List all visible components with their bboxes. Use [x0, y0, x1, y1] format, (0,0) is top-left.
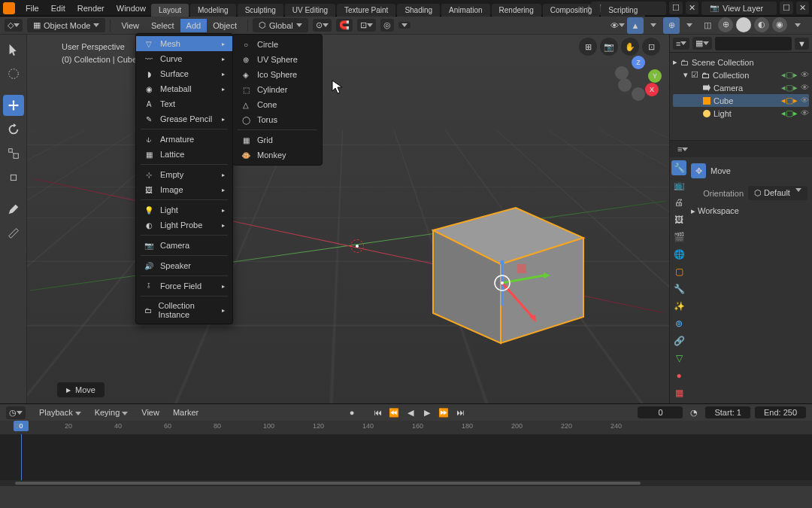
add-camera[interactable]: 📷Camera: [136, 238, 232, 253]
add-workspace-button[interactable]: +: [586, 3, 591, 12]
timeline-ruler[interactable]: 0 020406080100120140160180200220240: [0, 421, 812, 434]
outline-cube[interactable]: Cube◂▢▸👁: [673, 94, 809, 107]
scale-tool[interactable]: [3, 143, 24, 164]
overlay-options[interactable]: [681, 17, 698, 34]
operator-panel[interactable]: ▶Move: [57, 382, 105, 397]
orientation-dropdown[interactable]: ⬡ Default: [748, 186, 807, 200]
mesh-cylinder[interactable]: ⬚Cylinder: [233, 82, 322, 97]
shading-matprev[interactable]: ◐: [754, 17, 769, 32]
timeline-scrollbar[interactable]: [0, 480, 812, 486]
outliner-tree[interactable]: ▸🗀Scene Collection ▾☑🗀Collection ◂▢▸👁 Ca…: [670, 53, 812, 140]
nav-ortho-icon[interactable]: ⊡: [642, 38, 660, 56]
current-frame-field[interactable]: 0: [638, 406, 683, 418]
menu-edit[interactable]: Edit: [45, 2, 71, 15]
workspace-tab-texture-paint[interactable]: Texture Paint: [337, 4, 395, 17]
layer-new-button[interactable]: ☐: [780, 2, 793, 14]
add-metaball[interactable]: ◉Metaball▸: [136, 81, 232, 96]
add-speaker[interactable]: 🔊Speaker: [136, 258, 232, 273]
workspace-tab-uv-editing[interactable]: UV Editing: [285, 4, 335, 17]
workspace-tab-animation[interactable]: Animation: [441, 4, 489, 17]
prop-tab-mesh[interactable]: ▽: [671, 351, 686, 366]
proportional-type-button[interactable]: [398, 22, 411, 29]
timeline-type-button[interactable]: ◷: [6, 406, 26, 419]
add-light[interactable]: 💡Light▸: [136, 202, 232, 217]
jump-prev-button[interactable]: ⏪: [387, 406, 401, 419]
prop-tab-viewlayer[interactable]: 🖼: [671, 212, 686, 227]
shading-options[interactable]: [789, 17, 806, 34]
workspace-tab-modeling[interactable]: Modeling: [190, 4, 236, 17]
outline-light[interactable]: Light◂▢▸👁: [673, 107, 809, 120]
add-curve[interactable]: 〰Curve▸: [136, 51, 232, 66]
workspace-section[interactable]: ▸ Workspace: [691, 206, 807, 216]
prop-tab-modifier[interactable]: 🔧: [671, 281, 686, 297]
timeline-menu-view[interactable]: View: [135, 406, 165, 419]
mesh-uv-sphere[interactable]: ⊕UV Sphere: [233, 52, 322, 67]
outliner-type-button[interactable]: ≡: [673, 38, 689, 50]
viewport-3d[interactable]: User Perspective (0) Collection | Cube ⊞…: [27, 35, 669, 403]
editor-type-button[interactable]: ◇: [5, 19, 23, 32]
workspace-tab-layout[interactable]: Layout: [151, 4, 189, 17]
end-frame-field[interactable]: End: 250: [755, 406, 806, 418]
workspace-tab-scripting[interactable]: Scripting: [601, 4, 645, 17]
props-type-button[interactable]: ≡: [674, 143, 691, 155]
tree-collection[interactable]: ▾☑🗀Collection ◂▢▸👁: [673, 68, 809, 81]
gizmo-toggle[interactable]: ▲: [627, 17, 644, 34]
axis-gizmo[interactable]: Z Y X: [615, 56, 660, 101]
outliner-search-input[interactable]: [715, 37, 792, 50]
timeline-menu-playback[interactable]: Playback: [33, 406, 87, 419]
gizmo-options[interactable]: [645, 17, 662, 34]
tree-scene-collection[interactable]: ▸🗀Scene Collection: [673, 56, 809, 68]
view-layer-field[interactable]: 📷View Layer: [701, 2, 777, 15]
shading-wireframe[interactable]: ⊕: [718, 17, 733, 32]
select-tool[interactable]: [3, 39, 24, 60]
outline-camera[interactable]: Camera◂▢▸👁: [673, 81, 809, 94]
play-button[interactable]: ▶: [420, 406, 434, 419]
prop-tab-scene[interactable]: 🎬: [671, 230, 686, 245]
mesh-submenu[interactable]: ▱Plane□Cube○Circle⊕UV Sphere◈Ico Sphere⬚…: [232, 34, 323, 166]
nav-pan-icon[interactable]: ✋: [621, 38, 639, 56]
mesh-ico-sphere[interactable]: ◈Ico Sphere: [233, 67, 322, 82]
outliner-display-button[interactable]: ▦: [692, 37, 712, 50]
prop-tab-particle[interactable]: ✨: [671, 299, 686, 314]
pivot-button[interactable]: ⊙: [313, 19, 332, 32]
play-reverse-button[interactable]: ◀: [404, 406, 417, 419]
cube-object[interactable]: [403, 185, 598, 351]
overlay-toggle[interactable]: ⊕: [663, 17, 680, 34]
cursor-tool[interactable]: [3, 63, 24, 84]
mesh-grid[interactable]: ▦Grid: [233, 132, 322, 148]
mode-selector[interactable]: ▦Object Mode: [27, 18, 105, 32]
prop-tab-tool[interactable]: 🔧: [671, 160, 686, 175]
timeline-menu-keying[interactable]: Keying: [89, 406, 135, 419]
menu-window[interactable]: Window: [111, 2, 152, 15]
add-lattice[interactable]: ▦Lattice: [136, 147, 232, 162]
prop-tab-texture[interactable]: ▦: [671, 385, 686, 400]
workspace-tab-shading[interactable]: Shading: [397, 4, 440, 17]
mesh-monkey[interactable]: 🐵Monkey: [233, 148, 322, 163]
jump-start-button[interactable]: ⏮: [371, 406, 384, 419]
outliner-filter-button[interactable]: ▼: [795, 38, 809, 50]
prop-tab-constraint[interactable]: 🔗: [671, 333, 686, 348]
jump-end-button[interactable]: ⏭: [453, 406, 467, 419]
nav-camera-icon[interactable]: 📷: [600, 38, 618, 56]
transform-tool[interactable]: [3, 167, 24, 188]
mesh-circle[interactable]: ○Circle: [233, 37, 322, 52]
layer-delete-button[interactable]: ✕: [796, 2, 809, 14]
prop-tab-physics[interactable]: ⊚: [671, 316, 686, 331]
jump-next-button[interactable]: ⏩: [437, 406, 450, 419]
mesh-torus[interactable]: ◯Torus: [233, 112, 322, 127]
shading-rendered[interactable]: ◉: [772, 17, 787, 32]
add-surface[interactable]: ◗Surface▸: [136, 66, 232, 81]
menu-file[interactable]: File: [20, 2, 45, 15]
mesh-cone[interactable]: △Cone: [233, 97, 322, 112]
timeline-tracks[interactable]: [0, 434, 812, 480]
rotate-tool[interactable]: [3, 119, 24, 140]
add-armature[interactable]: ⫝Armature: [136, 132, 232, 147]
add-light-probe[interactable]: ◐Light Probe▸: [136, 217, 232, 233]
prop-tab-object[interactable]: ▢: [671, 264, 686, 279]
xray-toggle[interactable]: ◫: [699, 17, 716, 34]
snap-type-button[interactable]: ⊡: [357, 19, 376, 32]
orientation-selector[interactable]: ⬡Global: [253, 18, 308, 32]
scene-delete-button[interactable]: ✕: [686, 2, 698, 14]
menu-render[interactable]: Render: [71, 2, 111, 15]
add-text[interactable]: AText: [136, 96, 232, 111]
